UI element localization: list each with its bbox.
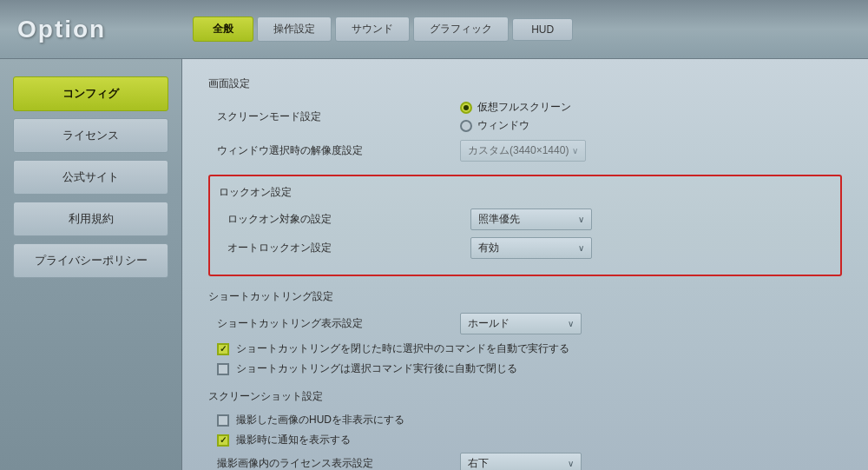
- resolution-arrow: ∨: [572, 146, 578, 156]
- screen-mode-control: 仮想フルスクリーン ウィンドウ: [460, 100, 571, 133]
- sidebar-item-privacy[interactable]: プライバシーポリシー: [13, 243, 168, 278]
- screenshot-license-value: 右下: [468, 456, 564, 470]
- resolution-dropdown[interactable]: カスタム(3440×1440) ∨: [460, 140, 586, 162]
- shortcut-check2-checkbox[interactable]: [217, 363, 229, 375]
- lockon-auto-dropdown[interactable]: 有効 ∨: [470, 237, 592, 259]
- resolution-value: カスタム(3440×1440): [468, 143, 569, 158]
- screenshot-check1-label: 撮影した画像のHUDを非表示にする: [236, 413, 404, 427]
- screenshot-license-row: 撮影画像内のライセンス表示設定 右下 ∨: [208, 453, 842, 470]
- lockon-target-arrow: ∨: [578, 215, 584, 224]
- content-area: 画面設定 スクリーンモード設定 仮想フルスクリーン ウィンドウ: [182, 59, 868, 470]
- tab-hud[interactable]: HUD: [512, 18, 573, 41]
- tab-graphics[interactable]: グラフィック: [413, 17, 509, 42]
- radio-dot-virtual[interactable]: [460, 102, 472, 114]
- sidebar-item-official[interactable]: 公式サイト: [13, 160, 168, 195]
- shortcut-check1-row[interactable]: ショートカットリングを閉じた時に選択中のコマンドを自動で実行する: [208, 341, 842, 356]
- radio-label-window: ウィンドウ: [477, 118, 529, 133]
- shortcut-check2-label: ショートカットリングは選択コマンド実行後に自動で閉じる: [236, 361, 517, 376]
- shortcut-section: ショートカットリング設定 ショートカットリング表示設定 ホールド ∨ ショートカ…: [208, 289, 842, 376]
- lockon-target-value: 照準優先: [478, 212, 575, 227]
- tab-bar: 全般 操作設定 サウンド グラフィック HUD: [193, 17, 573, 42]
- lockon-target-row: ロックオン対象の設定 照準優先 ∨: [219, 209, 832, 230]
- lockon-target-control: 照準優先 ∨: [470, 209, 592, 230]
- sidebar-item-license[interactable]: ライセンス: [13, 118, 168, 153]
- header: Option 全般 操作設定 サウンド グラフィック HUD: [0, 0, 868, 59]
- screenshot-check2-row[interactable]: 撮影時に通知を表示する: [208, 433, 842, 447]
- lockon-target-label: ロックオン対象の設定: [227, 212, 470, 227]
- sidebar-item-terms[interactable]: 利用規約: [13, 202, 168, 236]
- lockon-section: ロックオン設定 ロックオン対象の設定 照準優先 ∨ オートロックオン設定 有効: [208, 175, 842, 276]
- page-title: Option: [17, 16, 106, 43]
- shortcut-display-control: ホールド ∨: [460, 313, 582, 334]
- screenshot-check1-checkbox[interactable]: [217, 414, 229, 427]
- resolution-control: カスタム(3440×1440) ∨: [460, 140, 586, 162]
- screenshot-license-dropdown[interactable]: 右下 ∨: [460, 453, 582, 470]
- sidebar: コンフィグ ライセンス 公式サイト 利用規約 プライバシーポリシー: [0, 59, 182, 470]
- sidebar-item-config[interactable]: コンフィグ: [13, 76, 168, 111]
- screenshot-license-control: 右下 ∨: [460, 453, 582, 470]
- shortcut-check1-label: ショートカットリングを閉じた時に選択中のコマンドを自動で実行する: [236, 341, 569, 356]
- screenshot-license-arrow: ∨: [568, 459, 574, 468]
- radio-virtual-fullscreen[interactable]: 仮想フルスクリーン: [460, 100, 571, 115]
- lockon-auto-label: オートロックオン設定: [227, 241, 470, 255]
- tab-sound[interactable]: サウンド: [335, 17, 410, 42]
- tab-controls[interactable]: 操作設定: [257, 17, 332, 42]
- lockon-auto-row: オートロックオン設定 有効 ∨: [219, 237, 832, 259]
- lockon-auto-control: 有効 ∨: [470, 237, 592, 259]
- shortcut-check2-row[interactable]: ショートカットリングは選択コマンド実行後に自動で閉じる: [208, 361, 842, 376]
- main-layout: コンフィグ ライセンス 公式サイト 利用規約 プライバシーポリシー 画面設定 ス…: [0, 59, 868, 470]
- screen-mode-radio-group: 仮想フルスクリーン ウィンドウ: [460, 100, 571, 133]
- lockon-section-title: ロックオン設定: [219, 185, 832, 200]
- tab-general[interactable]: 全般: [193, 17, 253, 42]
- screen-mode-row: スクリーンモード設定 仮想フルスクリーン ウィンドウ: [208, 100, 842, 133]
- screenshot-check2-checkbox[interactable]: [217, 434, 229, 447]
- screen-section: 画面設定 スクリーンモード設定 仮想フルスクリーン ウィンドウ: [208, 76, 842, 162]
- radio-label-virtual: 仮想フルスクリーン: [477, 100, 571, 115]
- lockon-auto-arrow: ∨: [578, 243, 584, 253]
- screenshot-check2-label: 撮影時に通知を表示する: [236, 433, 351, 447]
- screen-section-title: 画面設定: [208, 76, 842, 91]
- screenshot-section-title: スクリーンショット設定: [208, 389, 842, 404]
- resolution-row: ウィンドウ選択時の解像度設定 カスタム(3440×1440) ∨: [208, 140, 842, 162]
- screen-mode-label: スクリーンモード設定: [217, 109, 460, 124]
- radio-dot-window[interactable]: [460, 120, 472, 132]
- shortcut-display-value: ホールド: [468, 316, 564, 331]
- shortcut-section-title: ショートカットリング設定: [208, 289, 842, 304]
- shortcut-check1-checkbox[interactable]: [217, 343, 229, 355]
- radio-window[interactable]: ウィンドウ: [460, 118, 571, 133]
- shortcut-display-label: ショートカットリング表示設定: [217, 316, 460, 331]
- shortcut-display-arrow: ∨: [568, 319, 574, 328]
- shortcut-display-dropdown[interactable]: ホールド ∨: [460, 313, 582, 334]
- resolution-label: ウィンドウ選択時の解像度設定: [217, 143, 460, 158]
- shortcut-display-row: ショートカットリング表示設定 ホールド ∨: [208, 313, 842, 334]
- screenshot-license-label: 撮影画像内のライセンス表示設定: [217, 456, 460, 470]
- lockon-auto-value: 有効: [478, 241, 575, 255]
- screenshot-section: スクリーンショット設定 撮影した画像のHUDを非表示にする 撮影時に通知を表示す…: [208, 389, 842, 470]
- lockon-target-dropdown[interactable]: 照準優先 ∨: [470, 209, 592, 230]
- screenshot-check1-row[interactable]: 撮影した画像のHUDを非表示にする: [208, 413, 842, 427]
